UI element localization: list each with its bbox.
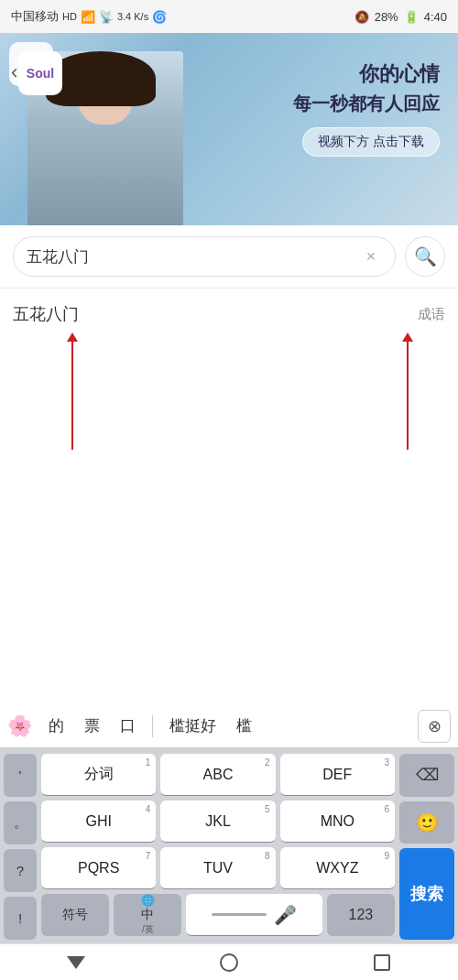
clear-button[interactable]: × [360, 245, 382, 267]
search-bar-container: 五花八门 × 🔍 [0, 225, 458, 289]
key-question[interactable]: ? [4, 849, 37, 892]
keyboard-main-wrapper: ' 。 ? ! 1 分词 [4, 754, 454, 940]
kb-row-1: 1 分词 2 ABC 3 DEF [41, 754, 395, 796]
soul-logo: Soul [18, 51, 62, 95]
nav-home-button[interactable] [213, 946, 245, 979]
recent-square-icon [374, 954, 390, 971]
key-2-abc[interactable]: 2 ABC [160, 754, 275, 796]
keyboard-rows: ' 。 ? ! 1 分词 [0, 748, 458, 943]
kb-row-2: 4 GHI 5 JKL 6 MNO [41, 800, 395, 843]
key-exclaim[interactable]: ! [4, 897, 37, 940]
candidate-bar: 🌸 的 票 口 槛挺好 槛 ⊗ [0, 704, 458, 748]
globe-icon: 🌐 [141, 894, 155, 907]
space-bar-indicator [212, 913, 267, 916]
right-annotation-arrow [407, 340, 409, 450]
key-6-mno[interactable]: 6 MNO [280, 800, 395, 843]
suggestion-tag: 成语 [418, 306, 445, 323]
mute-icon: 🔕 [354, 10, 369, 24]
banner: Soul Soul ‹ 你的心情 每一秒都有人回应 视频下方 点击下载 [0, 33, 458, 225]
key-search[interactable]: 搜索 [399, 848, 454, 940]
key-space[interactable]: 🎤 [186, 894, 322, 936]
kb-row-3: 7 PQRS 8 TUV 9 WXYZ [41, 847, 395, 889]
carrier-label: 中国移动 [11, 8, 59, 25]
search-button[interactable]: 🔍 [405, 236, 445, 277]
back-triangle-icon [67, 956, 85, 969]
key-lang[interactable]: 🌐 中 /英 [114, 894, 181, 936]
candidate-word-3[interactable]: 口 [116, 715, 139, 736]
network-type: HD [62, 11, 77, 22]
nav-back-button[interactable] [60, 946, 93, 979]
candidate-delete-icon: ⊗ [428, 716, 442, 736]
candidate-flower-icon: 🌸 [7, 714, 32, 738]
candidate-divider [152, 715, 153, 737]
key-5-jkl[interactable]: 5 JKL [160, 800, 275, 843]
left-punctuation-col: ' 。 ? ! [4, 754, 37, 940]
annotation-area [0, 340, 458, 523]
search-input-text[interactable]: 五花八门 [27, 246, 360, 267]
emoji-icon: 🙂 [416, 811, 439, 833]
candidate-word-5[interactable]: 槛 [233, 715, 256, 736]
back-button[interactable]: Soul [9, 42, 53, 86]
search-icon: 🔍 [414, 245, 437, 267]
t9-grid: 1 分词 2 ABC 3 DEF 4 GHI [41, 754, 395, 940]
home-circle-icon [220, 953, 238, 972]
right-action-col: ⌫ 🙂 搜索 [399, 754, 454, 940]
extras-icon: 🌀 [152, 10, 167, 24]
status-right: 🔕 28% 🔋 4:40 [354, 10, 447, 24]
status-left: 中国移动 HD 📶 📡 3.4 K/s 🌀 [11, 8, 167, 25]
banner-title-1: 你的心情 [293, 60, 440, 88]
key-7-pqrs[interactable]: 7 PQRS [41, 847, 156, 889]
status-bar: 中国移动 HD 📶 📡 3.4 K/s 🌀 🔕 28% 🔋 4:40 [0, 0, 458, 33]
banner-title-2: 每一秒都有人回应 [293, 92, 440, 116]
candidate-word-1[interactable]: 的 [45, 715, 68, 736]
battery-label: 28% [375, 10, 398, 24]
key-comma[interactable]: ' [4, 754, 37, 797]
keyboard-area: 🌸 的 票 口 槛挺好 槛 ⊗ ' 。 ? [0, 704, 458, 943]
key-8-tuv[interactable]: 8 TUV [160, 847, 275, 889]
kb-row-4: 符号 🌐 中 /英 🎤 123 [41, 894, 395, 936]
key-3-def[interactable]: 3 DEF [280, 754, 395, 796]
search-input-wrapper[interactable]: 五花八门 × [13, 236, 396, 277]
candidate-word-4[interactable]: 槛挺好 [166, 715, 220, 736]
signal-bars: 📶 [81, 10, 95, 24]
backspace-icon: ⌫ [416, 765, 439, 785]
candidate-word-2[interactable]: 票 [81, 715, 104, 736]
key-sym[interactable]: 符号 [41, 894, 109, 936]
suggestion-text[interactable]: 五花八门 [13, 303, 79, 325]
time-label: 4:40 [424, 10, 447, 24]
key-1-fenci[interactable]: 1 分词 [41, 754, 156, 796]
left-annotation-arrow [71, 340, 73, 450]
key-9-wxyz[interactable]: 9 WXYZ [280, 847, 395, 889]
bottom-nav [0, 943, 458, 980]
key-backspace[interactable]: ⌫ [399, 754, 454, 797]
wifi-icon: 📡 [99, 10, 114, 24]
candidate-delete-btn[interactable]: ⊗ [418, 710, 451, 743]
key-emoji[interactable]: 🙂 [399, 801, 454, 844]
banner-download-btn[interactable]: 视频下方 点击下载 [302, 127, 440, 157]
battery-icon: 🔋 [404, 10, 419, 24]
banner-text-area: 你的心情 每一秒都有人回应 视频下方 点击下载 [293, 60, 440, 157]
key-4-ghi[interactable]: 4 GHI [41, 800, 156, 843]
speed-label: 3.4 K/s [117, 11, 148, 22]
nav-recent-button[interactable] [365, 946, 398, 979]
mic-icon: 🎤 [274, 904, 297, 926]
key-period[interactable]: 。 [4, 801, 37, 844]
key-123[interactable]: 123 [327, 894, 395, 936]
